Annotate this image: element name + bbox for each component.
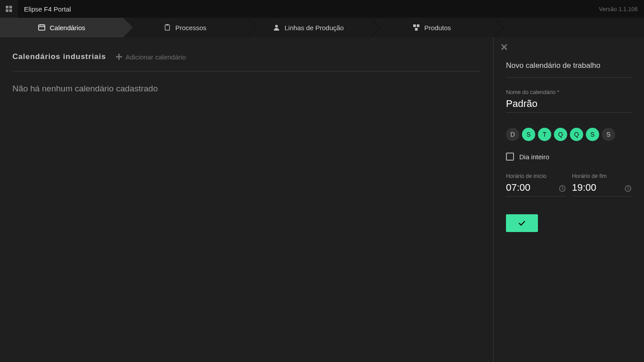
calendar-name-field: Nome do calendário * xyxy=(506,89,632,113)
side-panel: Novo calendário de trabalho Nome do cale… xyxy=(493,37,644,362)
tab-label: Linhas de Produção xyxy=(284,24,344,31)
end-time-label: Horário de fim xyxy=(572,173,632,179)
clipboard-icon xyxy=(164,24,171,31)
breadcrumb-nav: Calendários Processos Linhas de Produção… xyxy=(0,18,644,37)
all-day-row: Dia inteiro xyxy=(506,153,632,161)
version-label: Versão 1.1.106 xyxy=(599,6,638,12)
svg-point-10 xyxy=(275,25,278,28)
tab-label: Processos xyxy=(175,24,206,31)
plus-icon xyxy=(116,54,122,60)
time-range-row: Horário de início Horário de fim xyxy=(506,173,632,197)
empty-state-message: Não há nenhum calendário cadastrado xyxy=(12,84,480,94)
day-toggle-terca[interactable]: T xyxy=(538,128,551,141)
close-icon xyxy=(501,43,508,51)
end-time-field: Horário de fim xyxy=(572,173,632,197)
day-toggle-quinta[interactable]: Q xyxy=(570,128,583,141)
svg-rect-3 xyxy=(9,9,12,12)
tab-calendarios[interactable]: Calendários xyxy=(0,18,123,37)
tab-label: Calendários xyxy=(50,24,85,31)
grid-icon xyxy=(5,5,12,12)
section-header: Calendários industriais Adicionar calend… xyxy=(12,52,480,71)
confirm-button[interactable] xyxy=(506,214,538,232)
svg-rect-11 xyxy=(413,24,416,27)
day-toggle-segunda[interactable]: S xyxy=(522,128,535,141)
day-toggle-sexta[interactable]: S xyxy=(586,128,599,141)
calendar-name-label: Nome do calendário * xyxy=(506,89,632,95)
close-panel-button[interactable] xyxy=(501,43,508,51)
day-toggle-domingo[interactable]: D xyxy=(506,128,519,141)
svg-rect-2 xyxy=(6,9,8,12)
main-pane: Calendários industriais Adicionar calend… xyxy=(0,37,493,362)
start-time-field: Horário de início xyxy=(506,173,566,197)
svg-rect-13 xyxy=(415,28,418,31)
end-time-input[interactable] xyxy=(572,181,632,197)
tab-processos[interactable]: Processos xyxy=(123,18,247,37)
svg-rect-8 xyxy=(165,25,170,30)
weekday-selector: D S T Q Q S S xyxy=(506,128,632,141)
add-calendar-label: Adicionar calendário xyxy=(126,53,186,61)
day-toggle-sabado[interactable]: S xyxy=(602,128,615,141)
svg-rect-0 xyxy=(6,6,8,8)
calendar-icon xyxy=(38,24,45,31)
clock-icon xyxy=(559,185,566,192)
day-toggle-quarta[interactable]: Q xyxy=(554,128,567,141)
svg-rect-4 xyxy=(39,25,45,30)
app-menu-button[interactable] xyxy=(0,0,18,18)
svg-rect-12 xyxy=(417,24,419,27)
svg-rect-9 xyxy=(166,24,168,26)
clock-icon xyxy=(624,185,632,192)
tab-label: Produtos xyxy=(424,24,451,31)
all-day-checkbox[interactable] xyxy=(506,153,514,161)
app-title: Elipse F4 Portal xyxy=(24,5,71,13)
content-area: Calendários industriais Adicionar calend… xyxy=(0,37,644,362)
check-icon xyxy=(518,219,526,228)
start-time-input[interactable] xyxy=(506,181,566,197)
svg-rect-15 xyxy=(116,56,122,58)
start-time-label: Horário de início xyxy=(506,173,566,179)
all-day-label: Dia inteiro xyxy=(519,153,549,161)
tab-produtos[interactable]: Produtos xyxy=(370,18,494,37)
top-bar: Elipse F4 Portal Versão 1.1.106 xyxy=(0,0,644,18)
package-icon xyxy=(413,24,420,31)
add-calendar-button[interactable]: Adicionar calendário xyxy=(116,53,186,61)
calendar-name-input[interactable] xyxy=(506,97,632,113)
person-icon xyxy=(273,24,280,31)
section-title: Calendários industriais xyxy=(12,52,106,61)
svg-rect-1 xyxy=(9,6,12,8)
tab-linhas[interactable]: Linhas de Produção xyxy=(247,18,370,37)
panel-title: Novo calendário de trabalho xyxy=(506,61,632,78)
